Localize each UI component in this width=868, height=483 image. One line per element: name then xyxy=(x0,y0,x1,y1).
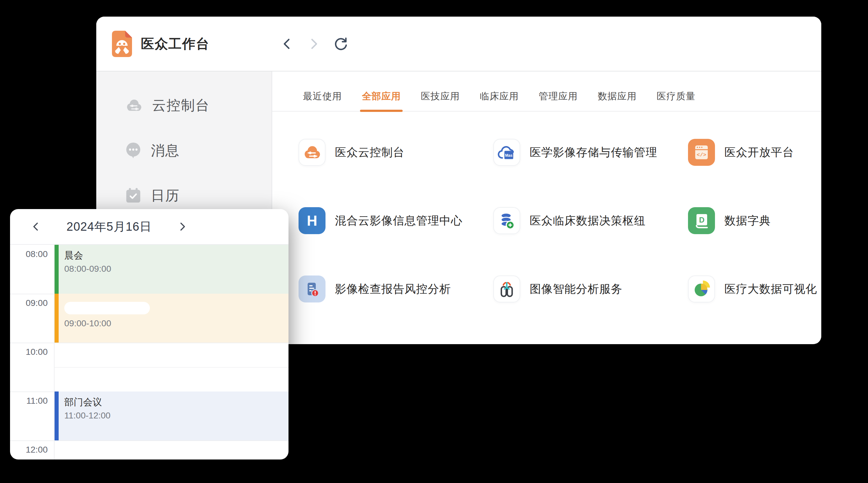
active-tab-underline xyxy=(360,110,403,112)
chevron-left-icon xyxy=(31,221,40,232)
event-time: 09:00-10:00 xyxy=(64,317,288,330)
app-tile: </> xyxy=(688,139,715,166)
app-label: 医疗大数据可视化 xyxy=(724,282,817,297)
refresh-icon xyxy=(333,36,348,52)
tab-quality[interactable]: 医疗质量 xyxy=(657,90,695,103)
event-time: 11:00-12:00 xyxy=(64,409,288,422)
chevron-right-icon xyxy=(308,37,320,51)
app-tile xyxy=(493,276,520,302)
back-button[interactable] xyxy=(279,36,294,52)
forward-button[interactable] xyxy=(306,36,321,52)
svg-text:Mas: Mas xyxy=(505,153,513,158)
app-cloud-console[interactable]: 医众云控制台 xyxy=(299,138,493,166)
chevron-left-icon xyxy=(281,37,293,51)
app-label: 影像检查报告风控分析 xyxy=(335,282,451,297)
letter-h-icon: H xyxy=(307,212,317,229)
app-logo-icon xyxy=(112,31,132,57)
calendar-icon xyxy=(125,187,142,204)
app-medical-image-storage[interactable]: Mas 医学影像存储与传输管理 xyxy=(493,138,688,166)
event-title: 部门会议 xyxy=(64,395,288,409)
time-label: 08:00 xyxy=(10,249,48,259)
app-tile xyxy=(688,276,715,302)
app-label: 医众开放平台 xyxy=(724,145,794,160)
svg-text:</>: </> xyxy=(697,152,707,158)
chevron-right-icon xyxy=(178,221,187,232)
pie-chart-icon xyxy=(692,280,711,298)
app-tile xyxy=(299,139,326,166)
time-label: 12:00 xyxy=(10,445,48,455)
calendar-next-button[interactable] xyxy=(175,219,190,234)
half-hour-gridline xyxy=(55,367,288,368)
calendar-date-label: 2024年5月16日 xyxy=(43,219,175,235)
app-title: 医众工作台 xyxy=(141,35,210,53)
window-header: 医众工作台 xyxy=(96,17,821,71)
cloud-settings-icon xyxy=(303,144,321,160)
app-report-risk-analysis[interactable]: 影像检查报告风控分析 xyxy=(299,275,493,303)
tab-recently-used[interactable]: 最近使用 xyxy=(303,90,342,103)
hour-gridline xyxy=(10,343,288,343)
sidebar-item-label: 消息 xyxy=(151,141,180,160)
tab-medtech-apps[interactable]: 医技应用 xyxy=(421,90,460,103)
app-tile xyxy=(493,207,520,234)
app-label: 医学影像存储与传输管理 xyxy=(530,145,657,160)
app-data-dictionary[interactable]: D 数据字典 xyxy=(688,207,821,234)
messages-icon xyxy=(125,142,142,159)
hour-gridline xyxy=(10,440,288,441)
content-area: 最近使用 全部应用 医技应用 临床应用 管理应用 数据应用 医疗质量 xyxy=(272,71,821,344)
code-window-icon: </> xyxy=(693,144,710,160)
app-label: 医众临床数据决策枢纽 xyxy=(530,213,646,228)
sidebar-item-cloud-console[interactable]: 云控制台 xyxy=(96,83,272,128)
calendar-panel: 2024年5月16日 08:00 09:00 10:00 11:00 12:00… xyxy=(10,209,288,459)
app-label: 数据字典 xyxy=(724,213,771,228)
tab-clinical-apps[interactable]: 临床应用 xyxy=(480,90,519,103)
tab-all-apps[interactable]: 全部应用 xyxy=(362,90,401,103)
app-label: 图像智能分析服务 xyxy=(530,282,622,297)
report-alert-icon xyxy=(303,280,321,298)
nav-controls xyxy=(279,36,348,52)
database-plus-icon xyxy=(498,212,516,230)
redacted-event-title xyxy=(64,302,150,314)
app-big-data-visualization[interactable]: 医疗大数据可视化 xyxy=(688,275,821,303)
tab-admin-apps[interactable]: 管理应用 xyxy=(539,90,578,103)
tab-bar: 最近使用 全部应用 医技应用 临床应用 管理应用 数据应用 医疗质量 xyxy=(272,71,821,111)
calendar-event-redacted[interactable]: 09:00-10:00 xyxy=(55,294,288,343)
sidebar-item-label: 云控制台 xyxy=(152,96,210,115)
calendar-event-morning-meeting[interactable]: 晨会 08:00-09:00 xyxy=(55,245,288,294)
calendar-prev-button[interactable] xyxy=(28,219,43,234)
app-tile: H xyxy=(299,207,326,234)
app-open-platform[interactable]: </> 医众开放平台 xyxy=(688,138,821,166)
app-tile: D xyxy=(688,207,715,234)
calendar-header: 2024年5月16日 xyxy=(10,209,288,245)
app-hybrid-cloud-imaging[interactable]: H 混合云影像信息管理中心 xyxy=(299,207,493,234)
cloud-mas-icon: Mas xyxy=(497,143,516,161)
time-label: 09:00 xyxy=(10,298,48,308)
sidebar-item-messages[interactable]: 消息 xyxy=(96,128,272,173)
app-clinical-data-hub[interactable]: 医众临床数据决策枢纽 xyxy=(493,207,688,234)
app-label: 混合云影像信息管理中心 xyxy=(335,213,463,228)
app-image-ai-analysis[interactable]: 图像智能分析服务 xyxy=(493,275,688,303)
sidebar-item-label: 日历 xyxy=(151,187,180,205)
dictionary-book-icon: D xyxy=(693,212,710,229)
app-grid: 医众云控制台 Mas 医学影像存储与传输管理 xyxy=(272,111,821,344)
refresh-button[interactable] xyxy=(333,36,348,52)
svg-text:D: D xyxy=(699,216,704,224)
desktop-background: 医众工作台 xyxy=(0,0,868,483)
event-title: 晨会 xyxy=(64,249,288,262)
lungs-icon xyxy=(498,280,516,298)
app-label: 医众云控制台 xyxy=(335,145,405,160)
app-tile: Mas xyxy=(493,139,520,166)
calendar-body: 08:00 09:00 10:00 11:00 12:00 晨会 08:00-0… xyxy=(10,245,288,459)
time-label: 10:00 xyxy=(10,347,48,357)
app-tile xyxy=(299,276,326,302)
calendar-event-department-meeting[interactable]: 部门会议 11:00-12:00 xyxy=(55,391,288,440)
event-time: 08:00-09:00 xyxy=(64,262,288,276)
time-label: 11:00 xyxy=(10,396,48,406)
tab-data-apps[interactable]: 数据应用 xyxy=(598,90,637,103)
cloud-console-icon xyxy=(125,98,143,112)
